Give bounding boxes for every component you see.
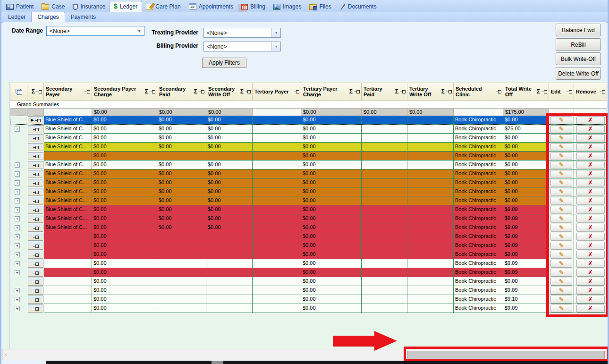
row-indicator-cell[interactable] <box>27 295 44 304</box>
tab-documents[interactable]: Documents <box>336 2 381 12</box>
column-header-tertPaid[interactable]: Tertiary PaidΣ <box>362 83 407 101</box>
row-indicator-cell[interactable] <box>27 286 44 295</box>
tab-appointments[interactable]: 22Appointments <box>185 1 237 12</box>
pin-icon[interactable] <box>35 119 41 122</box>
pin-icon[interactable] <box>354 90 360 93</box>
column-header-secCharge[interactable]: Secondary Payer ChargeΣ <box>92 83 157 101</box>
edit-button[interactable]: ✎ <box>550 233 572 241</box>
pin-icon[interactable] <box>36 90 42 93</box>
table-row[interactable]: +Blue Shield of C...$0.00$0.00$0.00$0.00… <box>10 187 607 196</box>
pin-icon[interactable] <box>33 154 39 158</box>
sum-icon[interactable]: Σ <box>349 88 353 95</box>
date-range-dropdown[interactable]: <None> ▼ <box>46 26 144 36</box>
row-indicator-cell[interactable] <box>27 161 44 169</box>
column-header-remove[interactable]: Remove <box>574 83 607 101</box>
pin-icon[interactable] <box>33 262 39 266</box>
pin-icon[interactable] <box>33 235 39 239</box>
row-pin-button[interactable] <box>28 161 43 169</box>
row-pin-button[interactable] <box>28 125 43 133</box>
table-row[interactable]: $0.00$0.00Book Chiropractic$0.00✎✗ <box>10 277 607 286</box>
remove-button[interactable]: ✗ <box>576 287 605 295</box>
expand-icon[interactable]: + <box>15 216 20 221</box>
column-header-secPaid[interactable]: Secondary PaidΣ <box>157 83 206 101</box>
row-pin-button[interactable] <box>28 179 43 187</box>
column-header-secPayer[interactable]: Secondary Payer <box>44 83 92 101</box>
table-row[interactable]: +$0.00$0.00Book Chiropractic$9.09✎✗ <box>10 268 607 277</box>
expand-icon[interactable]: + <box>15 297 20 302</box>
table-row[interactable]: +Blue Shield of C...$0.00$0.00$0.00$0.00… <box>10 214 607 223</box>
row-pin-button[interactable] <box>28 305 43 313</box>
pin-icon[interactable] <box>33 136 39 140</box>
row-indicator-cell[interactable] <box>27 214 44 223</box>
row-indicator-cell[interactable] <box>27 250 44 259</box>
scrollbar-thumb[interactable] <box>407 351 605 359</box>
row-pin-button[interactable] <box>28 224 43 232</box>
pin-icon[interactable] <box>85 90 90 93</box>
remove-button[interactable]: ✗ <box>576 206 605 214</box>
table-row[interactable]: +Blue Shield of C...$0.00$0.00$0.00$0.00… <box>10 223 607 232</box>
pin-icon[interactable] <box>33 298 39 302</box>
column-header-edit[interactable]: Edit <box>549 83 574 101</box>
row-indicator-cell[interactable] <box>27 152 44 161</box>
row-pin-button[interactable] <box>28 134 43 142</box>
expand-icon[interactable]: + <box>15 225 20 230</box>
tab-care-plan[interactable]: Care Plan <box>142 2 185 12</box>
pin-icon[interactable] <box>400 90 406 93</box>
expand-icon[interactable]: + <box>15 180 20 186</box>
scroll-left-arrow[interactable]: ‹ <box>5 352 7 357</box>
row-pin-button[interactable] <box>28 242 43 250</box>
sum-icon[interactable]: Σ <box>537 88 540 95</box>
edit-button[interactable]: ✎ <box>550 197 572 205</box>
chevron-down-icon[interactable]: ▾ <box>271 42 280 51</box>
edit-button[interactable]: ✎ <box>550 242 572 250</box>
remove-button[interactable]: ✗ <box>576 260 605 268</box>
edit-button[interactable]: ✎ <box>550 179 572 187</box>
remove-button[interactable]: ✗ <box>576 116 605 124</box>
sum-icon[interactable]: Σ <box>145 88 148 95</box>
remove-button[interactable]: ✗ <box>576 179 605 187</box>
expand-icon[interactable]: + <box>15 127 20 132</box>
treating-provider-dropdown[interactable]: <None> ▾ <box>203 28 281 38</box>
pin-icon[interactable] <box>199 90 204 93</box>
edit-button[interactable]: ✎ <box>550 206 572 214</box>
delete-write-off-button[interactable]: Delete Write-Off <box>556 67 601 80</box>
edit-button[interactable]: ✎ <box>550 287 572 295</box>
billing-provider-dropdown[interactable]: <None> ▾ <box>203 42 281 51</box>
row-indicator-cell[interactable] <box>27 223 44 232</box>
bulk-write-off-button[interactable]: Bulk Write-Off <box>556 52 601 65</box>
table-row[interactable]: +Blue Shield of C...$0.00$0.00$0.00$0.00… <box>10 205 607 214</box>
pin-icon[interactable] <box>33 244 39 248</box>
pin-icon[interactable] <box>33 181 39 185</box>
row-indicator-cell[interactable] <box>27 277 44 286</box>
column-header-tertPayer[interactable]: Tertiary Payer <box>253 83 301 101</box>
table-row[interactable]: +Blue Shield of C...$0.00$0.00$0.00$0.00… <box>10 169 607 178</box>
sum-icon[interactable]: Σ <box>395 88 398 95</box>
expand-icon[interactable]: + <box>15 243 20 248</box>
remove-button[interactable]: ✗ <box>576 269 605 277</box>
row-pin-button[interactable] <box>28 197 43 205</box>
remove-button[interactable]: ✗ <box>576 242 605 250</box>
row-indicator-cell[interactable] <box>27 241 44 250</box>
remove-button[interactable]: ✗ <box>576 125 605 133</box>
remove-button[interactable]: ✗ <box>576 152 605 160</box>
pin-icon[interactable] <box>33 280 39 284</box>
remove-button[interactable]: ✗ <box>576 161 605 169</box>
pin-icon[interactable] <box>294 90 299 93</box>
expand-icon[interactable]: + <box>15 234 20 239</box>
tab-images[interactable]: Images <box>270 2 305 12</box>
tab-insurance[interactable]: Insurance <box>69 2 110 12</box>
table-row[interactable]: +Blue Shield of C...$0.00$0.00$0.00$0.00… <box>10 178 607 187</box>
subtab-ledger[interactable]: Ledger <box>2 12 31 22</box>
row-pin-button[interactable] <box>28 296 43 304</box>
edit-button[interactable]: ✎ <box>550 170 572 178</box>
row-indicator-cell[interactable] <box>27 143 44 152</box>
pin-icon[interactable] <box>245 90 251 93</box>
remove-button[interactable]: ✗ <box>576 134 605 142</box>
remove-button[interactable]: ✗ <box>576 215 605 223</box>
tab-ledger[interactable]: Ledger <box>110 1 142 12</box>
column-header-rowselect[interactable]: Σ <box>27 83 44 101</box>
remove-button[interactable]: ✗ <box>576 296 605 304</box>
pin-icon[interactable] <box>541 90 547 93</box>
expand-icon[interactable]: + <box>15 198 20 203</box>
row-indicator-cell[interactable] <box>27 187 44 196</box>
